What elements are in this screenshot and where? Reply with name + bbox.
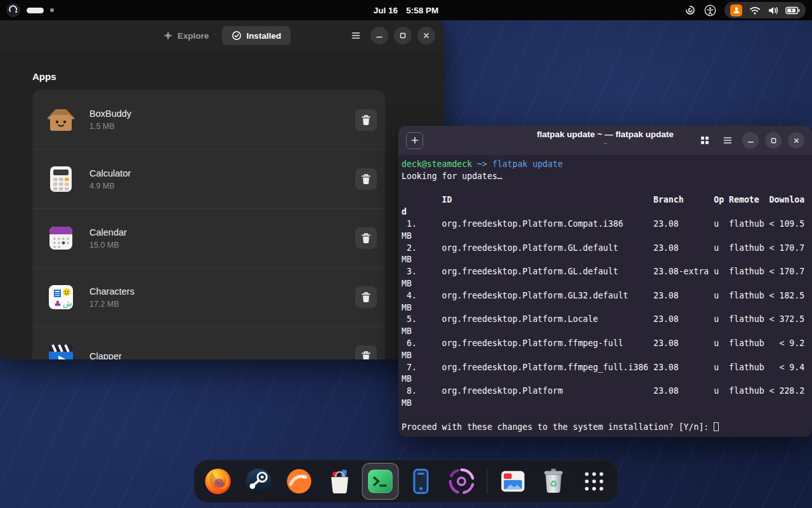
terminal-line: MB xyxy=(402,254,812,266)
terminal-line: MB xyxy=(402,278,812,290)
terminal-window: flatpak update ~ — flatpak update ~ xyxy=(398,126,812,437)
uninstall-button[interactable] xyxy=(355,345,377,359)
terminal-line: MB xyxy=(402,350,812,362)
svg-text:ش: ش xyxy=(63,299,72,309)
recycle-trash-icon[interactable]: ♻ xyxy=(539,466,569,497)
software-window: Explore Installed xyxy=(0,20,444,359)
terminal-menu-button[interactable] xyxy=(719,132,736,149)
app-size: 15.0 MB xyxy=(89,241,127,250)
steam-icon[interactable] xyxy=(244,466,274,497)
app-size: 1.5 MB xyxy=(89,122,131,131)
clapper-app-icon xyxy=(46,341,76,359)
tray-swirl-icon[interactable] xyxy=(684,4,696,16)
installed-apps-list: BoxBuddy1.5 MBCalculator4.9 MBCalendar15… xyxy=(32,90,385,359)
tab-explore[interactable]: Explore xyxy=(154,26,219,45)
terminal-line: MB xyxy=(402,231,812,243)
app-row-clapper[interactable]: Clapper xyxy=(32,326,385,359)
calculator-app-icon xyxy=(46,164,76,194)
app-size: 17.2 MB xyxy=(89,300,134,309)
desktop: Jul 16 5:58 PM xyxy=(0,0,812,508)
uninstall-button[interactable] xyxy=(355,109,377,131)
terminal-line: ID Branch Op Remote Downloa xyxy=(402,194,812,206)
terminal-line: 3. org.freedesktop.Platform.GL.default 2… xyxy=(402,266,812,278)
app-row-calendar[interactable]: Calendar15.0 MB xyxy=(32,208,385,267)
terminal-minimize-button[interactable] xyxy=(742,132,759,149)
terminal-line: 2. org.freedesktop.Platform.GL.default 2… xyxy=(402,243,812,255)
new-tab-button[interactable] xyxy=(406,132,423,149)
firefox-icon[interactable] xyxy=(203,466,233,497)
top-bar: Jul 16 5:58 PM xyxy=(0,0,812,20)
uninstall-button[interactable] xyxy=(355,168,377,190)
prism-swirl-icon[interactable] xyxy=(447,466,477,497)
handheld-device-icon[interactable] xyxy=(406,466,436,497)
app-row-boxbuddy[interactable]: BoxBuddy1.5 MB xyxy=(32,90,385,149)
software-headerbar: Explore Installed xyxy=(0,20,444,51)
terminal-line: Looking for updates… xyxy=(402,171,812,183)
terminal-line: MB xyxy=(402,326,812,338)
dock: ♻ xyxy=(194,460,619,503)
terminal-line: 6. org.freedesktop.Platform.ffmpeg-full … xyxy=(402,338,812,350)
compass-icon xyxy=(163,30,173,41)
terminal-headerbar: flatpak update ~ — flatpak update ~ xyxy=(398,126,812,155)
lutris-icon[interactable] xyxy=(284,466,315,497)
system-status-area[interactable] xyxy=(724,2,806,18)
boxbuddy-app-icon xyxy=(46,105,76,135)
characters-app-icon: ♣ش xyxy=(46,282,76,312)
workspace-indicator-active[interactable] xyxy=(27,8,44,13)
gallery-icon[interactable] xyxy=(498,466,528,497)
volume-icon xyxy=(768,6,778,15)
distro-logo-icon[interactable] xyxy=(6,3,20,17)
app-grid-icon[interactable] xyxy=(579,466,610,497)
terminal-subtitle: ~ xyxy=(537,140,674,147)
tab-installed[interactable]: Installed xyxy=(222,26,291,45)
app-row-characters[interactable]: ♣شCharacters17.2 MB xyxy=(32,267,385,326)
dock-separator xyxy=(487,469,488,494)
clock-time: 5:58 PM xyxy=(406,6,438,15)
prompt-cwd: ~ xyxy=(472,159,482,169)
uninstall-button[interactable] xyxy=(355,227,377,249)
terminal-line: 8. org.freedesktop.Platform 23.08 u flat… xyxy=(402,385,812,398)
uninstall-button[interactable] xyxy=(355,286,377,308)
app-row-calculator[interactable]: Calculator4.9 MB xyxy=(32,149,385,208)
clock[interactable]: Jul 16 5:58 PM xyxy=(374,0,438,20)
terminal-close-button[interactable] xyxy=(788,132,804,149)
terminal-line xyxy=(402,183,812,195)
view-switcher: Explore Installed xyxy=(154,26,291,45)
terminal-line: MB xyxy=(402,398,812,410)
user-badge-icon xyxy=(730,4,742,17)
terminal-line xyxy=(402,410,812,422)
maximize-button[interactable] xyxy=(394,27,412,44)
app-name: Characters xyxy=(89,286,134,297)
calendar-app-icon xyxy=(46,223,76,253)
terminal-line: MB xyxy=(402,302,812,314)
app-size: 4.9 MB xyxy=(89,182,131,190)
tab-installed-label: Installed xyxy=(246,31,281,41)
app-name: Calculator xyxy=(89,168,131,178)
prompt-symbol: > xyxy=(482,159,487,169)
svg-text:♻: ♻ xyxy=(549,479,558,489)
terminal-title: flatpak update ~ — flatpak update xyxy=(537,130,674,139)
accessibility-icon[interactable] xyxy=(704,4,716,17)
prompt-command: flatpak update xyxy=(487,159,563,169)
prompt-user: deck@steamdeck xyxy=(402,159,472,169)
battery-charging-icon xyxy=(785,6,800,15)
terminal-line: 7. org.freedesktop.Platform.ffmpeg_full.… xyxy=(402,362,812,374)
menu-button[interactable] xyxy=(347,27,365,44)
minimize-button[interactable] xyxy=(370,27,388,44)
workspace-indicator-dot[interactable] xyxy=(50,8,54,12)
terminal-line: d xyxy=(402,206,812,218)
close-button[interactable] xyxy=(417,27,435,44)
terminal-line: MB xyxy=(402,373,812,385)
app-name: BoxBuddy xyxy=(89,109,131,119)
terminal-screen[interactable]: deck@steamdeck ~> flatpak updateLooking … xyxy=(398,155,812,433)
terminal-line: Proceed with these changes to the system… xyxy=(402,422,812,434)
svg-text:♣: ♣ xyxy=(54,299,62,309)
app-name: Calendar xyxy=(89,227,127,237)
store-bag-icon[interactable] xyxy=(325,466,355,497)
terminal-icon[interactable] xyxy=(365,466,396,497)
terminal-maximize-button[interactable] xyxy=(765,132,782,149)
terminal-line: 5. org.freedesktop.Platform.Locale 23.08… xyxy=(402,314,812,326)
tab-overview-icon[interactable] xyxy=(697,132,713,149)
check-circle-icon xyxy=(232,30,242,41)
terminal-line: 4. org.freedesktop.Platform.GL32.default… xyxy=(402,290,812,302)
